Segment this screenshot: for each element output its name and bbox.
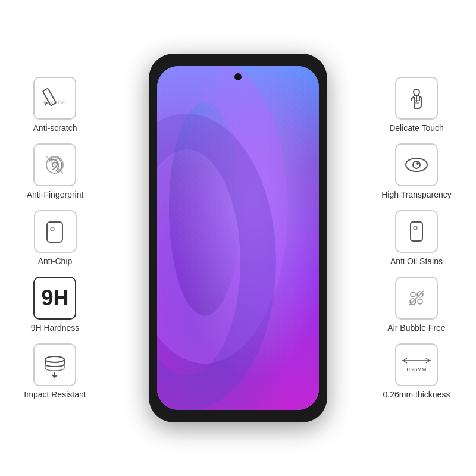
9h-icon-box: 9H bbox=[33, 277, 76, 320]
bubble-icon bbox=[402, 284, 431, 312]
air-bubble-icon-box bbox=[395, 277, 438, 320]
feature-delicate-touch: Delicate Touch bbox=[389, 77, 444, 133]
feature-air-bubble: Air Bubble Free bbox=[387, 277, 445, 333]
anti-fingerprint-label: Anti-Fingerprint bbox=[27, 190, 84, 199]
svg-point-15 bbox=[414, 226, 417, 230]
anti-oil-icon-box bbox=[395, 210, 438, 253]
9h-hardness-label: 9H Hardness bbox=[31, 323, 80, 333]
svg-point-10 bbox=[414, 89, 419, 95]
phone-body bbox=[149, 54, 327, 422]
touch-icon bbox=[402, 84, 431, 112]
svg-point-12 bbox=[413, 161, 420, 168]
right-features: Delicate Touch High Transparency Anti bbox=[363, 77, 470, 399]
svg-text:0.26MM: 0.26MM bbox=[407, 367, 427, 372]
delicate-touch-icon-box bbox=[395, 77, 438, 120]
glass-overlay bbox=[157, 66, 319, 410]
svg-point-11 bbox=[406, 158, 427, 171]
chip-icon bbox=[41, 217, 70, 246]
9h-text: 9H bbox=[41, 287, 68, 309]
svg-point-8 bbox=[45, 356, 64, 362]
svg-point-19 bbox=[418, 299, 422, 304]
anti-oil-label: Anti Oil Stains bbox=[390, 256, 443, 266]
feature-high-transparency: High Transparency bbox=[381, 143, 452, 199]
anti-fingerprint-icon-box bbox=[33, 143, 76, 186]
impact-icon-box bbox=[33, 343, 76, 386]
phone-screen bbox=[157, 66, 319, 410]
anti-scratch-icon-box bbox=[33, 77, 76, 120]
phone-display bbox=[149, 54, 327, 422]
feature-anti-fingerprint: Anti-Fingerprint bbox=[27, 143, 84, 199]
feature-anti-chip: Anti-Chip bbox=[34, 210, 77, 266]
delicate-touch-label: Delicate Touch bbox=[389, 123, 444, 133]
anti-chip-label: Anti-Chip bbox=[38, 256, 73, 266]
svg-point-7 bbox=[51, 227, 54, 231]
high-transparency-label: High Transparency bbox=[381, 190, 452, 199]
svg-point-13 bbox=[416, 162, 419, 165]
svg-rect-14 bbox=[411, 222, 422, 241]
phone-camera bbox=[234, 73, 242, 80]
impact-resistant-label: Impact Resistant bbox=[24, 390, 86, 399]
anti-oil-icon bbox=[402, 217, 431, 246]
main-container: Anti-scratch Anti-Fingerprint bbox=[0, 0, 476, 476]
feature-thickness: 0.26MM 0.26mm thickness bbox=[383, 343, 450, 399]
anti-scratch-label: Anti-scratch bbox=[33, 123, 77, 133]
thickness-icon: 0.26MM bbox=[399, 349, 434, 381]
thickness-label: 0.26mm thickness bbox=[383, 390, 450, 399]
eye-icon bbox=[402, 151, 431, 179]
scratch-icon bbox=[40, 84, 69, 112]
svg-rect-6 bbox=[47, 222, 62, 242]
feature-anti-oil: Anti Oil Stains bbox=[390, 210, 443, 266]
impact-icon bbox=[40, 350, 69, 379]
air-bubble-label: Air Bubble Free bbox=[387, 323, 445, 333]
left-features: Anti-scratch Anti-Fingerprint bbox=[6, 77, 104, 399]
high-transparency-icon-box bbox=[395, 143, 438, 186]
feature-9h-hardness: 9H 9H Hardness bbox=[31, 277, 80, 333]
anti-chip-icon-box bbox=[34, 210, 77, 253]
svg-point-16 bbox=[411, 292, 415, 297]
fingerprint-icon bbox=[40, 151, 69, 179]
feature-anti-scratch: Anti-scratch bbox=[33, 77, 77, 133]
thickness-icon-box: 0.26MM bbox=[395, 343, 438, 386]
feature-impact-resistant: Impact Resistant bbox=[24, 343, 86, 399]
svg-marker-2 bbox=[45, 102, 48, 107]
